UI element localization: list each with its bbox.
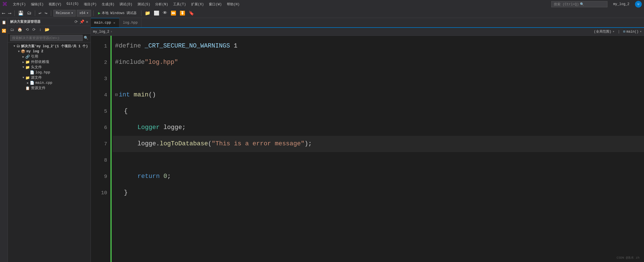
editor-nav-bar: my_log_2 › (全局范围) ▾ | ⊡ main() ▾ bbox=[91, 28, 644, 36]
breakpoint-btn[interactable]: ⬜ bbox=[153, 10, 161, 17]
solution-explorer-icon[interactable]: 📋 bbox=[1, 19, 7, 26]
collapse-btn[interactable]: ⊟ bbox=[115, 87, 118, 103]
step-over-btn[interactable]: ⏩ bbox=[170, 10, 177, 17]
menu-bar: 文件(F) 编辑(E) 视图(V) Git(G) 项目(P) 生成(B) 调试(… bbox=[11, 1, 242, 8]
redo-btn[interactable]: ↪ bbox=[44, 10, 49, 17]
save-all-btn[interactable]: 🗂 bbox=[26, 10, 33, 16]
nav-function-label: main() bbox=[627, 30, 639, 34]
tree-external[interactable]: ▶ 📁 外部依赖项 bbox=[8, 59, 91, 65]
tree-solution[interactable]: ▼ 🗂 解决方案'my log_2'(1 个项目/共 1 个) bbox=[8, 44, 91, 49]
st-btn1[interactable]: 🗂 bbox=[9, 27, 15, 33]
tree-project[interactable]: ▼ 📦 my log 2 bbox=[8, 49, 91, 54]
ln-1: 1 bbox=[91, 38, 107, 54]
config-dropdown[interactable]: Release ▾ bbox=[53, 10, 76, 17]
ref-icon: 🔗 bbox=[25, 55, 30, 59]
tree-resources[interactable]: 📋 资源文件 bbox=[8, 85, 91, 91]
menu-edit[interactable]: 编辑(E) bbox=[29, 1, 46, 8]
tab-main-cpp[interactable]: main.cpp ✕ bbox=[91, 18, 119, 27]
nav-function-icon: ⊡ bbox=[623, 30, 625, 34]
code-line-2: #include"log.hpp" bbox=[113, 54, 644, 71]
menu-analyze[interactable]: 分析(N) bbox=[153, 1, 170, 8]
tree-log-hpp[interactable]: 📄 log.hpp bbox=[8, 70, 91, 75]
title-bar: 🗙 文件(F) 编辑(E) 视图(V) Git(G) 项目(P) 生成(B) 调… bbox=[0, 0, 644, 8]
ln-8: 8 bbox=[91, 152, 107, 168]
save-btn[interactable]: 💾 bbox=[17, 10, 25, 17]
project-label: my log 2 bbox=[26, 49, 43, 53]
tree-ref[interactable]: ▶ 🔗 引用 bbox=[8, 54, 91, 59]
solution-arrow: ▼ bbox=[12, 45, 16, 48]
back-btn[interactable]: ⟵ bbox=[1, 10, 6, 17]
step-into-btn[interactable]: ⏬ bbox=[178, 10, 186, 17]
code-line-3 bbox=[113, 71, 644, 87]
code-content[interactable]: #define _CRT_SECURE_NO_WARNINGS 1 #inclu… bbox=[113, 36, 644, 262]
run-label: 本地 Windows 调试器 bbox=[102, 11, 137, 15]
ln-4: 4 bbox=[91, 87, 107, 103]
sidebar-search-input[interactable] bbox=[10, 35, 83, 41]
menu-help[interactable]: 帮助(H) bbox=[225, 1, 242, 8]
st-btn5[interactable]: ↕ bbox=[38, 27, 42, 33]
maincpp-label: main.cpp bbox=[35, 81, 52, 85]
menu-debug[interactable]: 调试(D) bbox=[117, 1, 135, 8]
nav-separator: › bbox=[110, 30, 112, 34]
menu-file[interactable]: 文件(F) bbox=[11, 1, 28, 8]
src-arrow: ▼ bbox=[21, 76, 25, 79]
nav-project: my_log_2 bbox=[93, 30, 109, 34]
space-6: logge; bbox=[160, 119, 186, 136]
ln-7: 7 bbox=[91, 136, 107, 152]
menu-git[interactable]: Git(G) bbox=[64, 1, 81, 8]
nav-function-dropdown-icon[interactable]: ▾ bbox=[640, 30, 642, 34]
hdr-arrow: ▼ bbox=[21, 66, 25, 69]
git-icon[interactable]: 🔀 bbox=[1, 28, 7, 34]
st-btn6[interactable]: 📂 bbox=[44, 27, 51, 33]
sep3 bbox=[51, 10, 51, 16]
search-file-btn[interactable]: 📁 bbox=[144, 10, 152, 17]
user-avatar[interactable]: U bbox=[635, 1, 642, 8]
int-kw: int bbox=[119, 87, 130, 103]
nav-scope-right: ⊡ main() ▾ bbox=[623, 30, 642, 34]
res-icon: 📋 bbox=[25, 86, 30, 91]
tree-main-cpp[interactable]: ▶ 📄 main.cpp bbox=[8, 80, 91, 85]
st-btn4[interactable]: ⟳ bbox=[31, 27, 37, 33]
forward-btn[interactable]: ⟶ bbox=[7, 10, 12, 17]
bookmark-btn[interactable]: 🔖 bbox=[187, 10, 195, 17]
code-editor[interactable]: 1 2 3 4 5 6 7 8 9 10 #define _CRT_SECURE… bbox=[91, 36, 644, 262]
st-btn2[interactable]: 🏠 bbox=[16, 27, 23, 33]
src-icon: 📁 bbox=[25, 76, 30, 80]
tab-main-cpp-close[interactable]: ✕ bbox=[113, 21, 116, 25]
sidebar-search-icon[interactable]: 🔍 bbox=[84, 36, 88, 40]
ref-arrow: ▶ bbox=[21, 55, 25, 58]
close-sidebar-icon[interactable]: ✕ bbox=[86, 19, 88, 24]
pin-icon[interactable]: 📌 bbox=[80, 19, 84, 24]
menu-extensions[interactable]: 扩展(X) bbox=[189, 1, 206, 8]
ext-icon: 📁 bbox=[25, 60, 30, 64]
tab-log-hpp[interactable]: log.hpp bbox=[119, 18, 141, 27]
tree-sources[interactable]: ▼ 📁 源文件 bbox=[8, 75, 91, 80]
solution-label: 解决方案'my log_2'(1 个项目/共 1 个) bbox=[21, 44, 88, 49]
watch-btn[interactable]: 👁 bbox=[162, 10, 168, 16]
menu-project[interactable]: 项目(P) bbox=[82, 1, 99, 8]
menu-tools[interactable]: 工具(T) bbox=[171, 1, 188, 8]
menu-test[interactable]: 测试(S) bbox=[135, 1, 153, 8]
arch-dropdown[interactable]: x64 ▾ bbox=[77, 10, 91, 17]
menu-view[interactable]: 视图(V) bbox=[46, 1, 64, 8]
tab-log-hpp-label: log.hpp bbox=[123, 21, 138, 25]
sync-icon[interactable]: ⟳ bbox=[74, 19, 78, 24]
undo-btn[interactable]: ↩ bbox=[37, 10, 42, 17]
main-layout: 📋 🔀 解决方案资源管理器 ⟳ 📌 ✕ 🗂 🏠 ⟲ ⟳ ↕ 📂 🔍 bbox=[0, 18, 644, 262]
return-kw: return bbox=[137, 168, 160, 185]
sidebar-title: 解决方案资源管理器 bbox=[10, 19, 40, 24]
hdr-label: 头文件 bbox=[31, 65, 42, 70]
nav-scope-dropdown-icon[interactable]: ▾ bbox=[613, 30, 614, 34]
nav-scope-label: (全局范围) bbox=[594, 29, 611, 34]
tree-headers[interactable]: ▼ 📁 头文件 bbox=[8, 65, 91, 70]
code-line-1: #define _CRT_SECURE_NO_WARNINGS 1 bbox=[113, 38, 644, 54]
project-arrow: ▼ bbox=[17, 50, 21, 53]
menu-window[interactable]: 窗口(W) bbox=[207, 1, 224, 8]
brace-open: { bbox=[124, 103, 128, 119]
menu-build[interactable]: 生成(B) bbox=[100, 1, 117, 8]
ext-label: 外部依赖项 bbox=[31, 60, 49, 64]
st-btn3[interactable]: ⟲ bbox=[24, 27, 30, 33]
run-button[interactable]: ▶ 本地 Windows 调试器 bbox=[96, 10, 139, 17]
title-search-box[interactable]: 搜索 (Ctrl+Q) 🔍 bbox=[551, 1, 607, 7]
sep4 bbox=[93, 10, 94, 16]
